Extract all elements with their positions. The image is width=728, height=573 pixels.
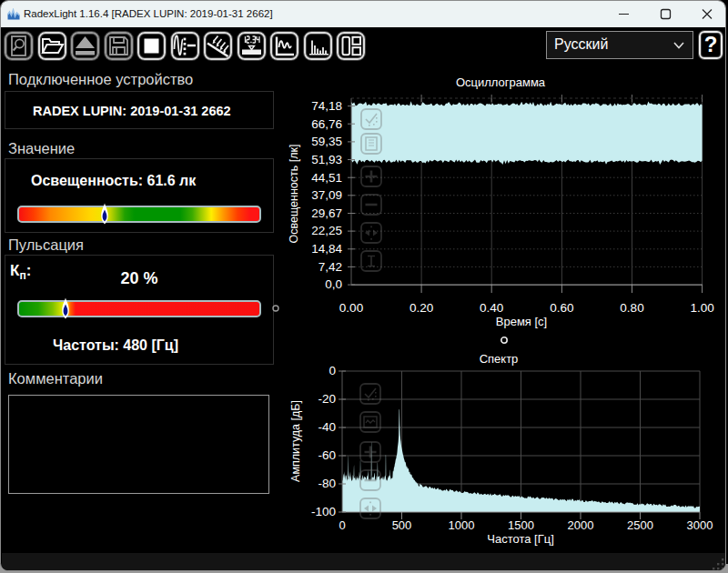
svg-text:-80: -80: [318, 477, 336, 490]
svg-text:-100: -100: [311, 505, 336, 518]
svg-text:0.20: 0.20: [410, 301, 433, 315]
svg-text:2500: 2500: [627, 518, 653, 532]
svg-text:0.80: 0.80: [620, 301, 643, 315]
svg-text:1.00: 1.00: [690, 301, 713, 315]
svg-text:59,35: 59,35: [311, 135, 342, 148]
svg-text:29,67: 29,67: [311, 206, 342, 220]
svg-text:0.60: 0.60: [550, 301, 573, 315]
svg-text:14,84: 14,84: [311, 242, 342, 256]
svg-text:7,42: 7,42: [318, 260, 342, 274]
svg-text:1000: 1000: [449, 518, 475, 532]
svg-text:Частота [Гц]: Частота [Гц]: [487, 532, 554, 546]
svg-text:74,18: 74,18: [311, 99, 342, 113]
svg-text:51,93: 51,93: [311, 153, 342, 166]
svg-text:Освещенность [лк]: Освещенность [лк]: [288, 145, 300, 244]
svg-text:Амплитуда [дБ]: Амплитуда [дБ]: [289, 400, 302, 482]
svg-text:0,0: 0,0: [325, 277, 342, 291]
svg-text:Время [с]: Время [с]: [496, 315, 547, 328]
svg-text:-20: -20: [318, 392, 336, 406]
svg-text:0: 0: [339, 518, 345, 532]
svg-text:66,76: 66,76: [311, 117, 342, 131]
svg-text:-60: -60: [318, 448, 336, 462]
svg-text:22,25: 22,25: [311, 224, 342, 237]
svg-text:500: 500: [392, 518, 412, 532]
svg-text:-40: -40: [318, 420, 336, 434]
svg-text:2000: 2000: [568, 518, 594, 532]
svg-text:Осциллограмма: Осциллограмма: [456, 75, 546, 89]
svg-text:0.40: 0.40: [480, 301, 503, 315]
svg-text:0: 0: [329, 364, 336, 377]
svg-text:44,51: 44,51: [311, 171, 342, 185]
svg-text:1500: 1500: [508, 518, 534, 532]
svg-text:37,09: 37,09: [311, 188, 342, 202]
svg-text:3000: 3000: [687, 518, 713, 532]
svg-text:Спектр: Спектр: [480, 352, 519, 366]
svg-text:0.00: 0.00: [339, 301, 363, 315]
